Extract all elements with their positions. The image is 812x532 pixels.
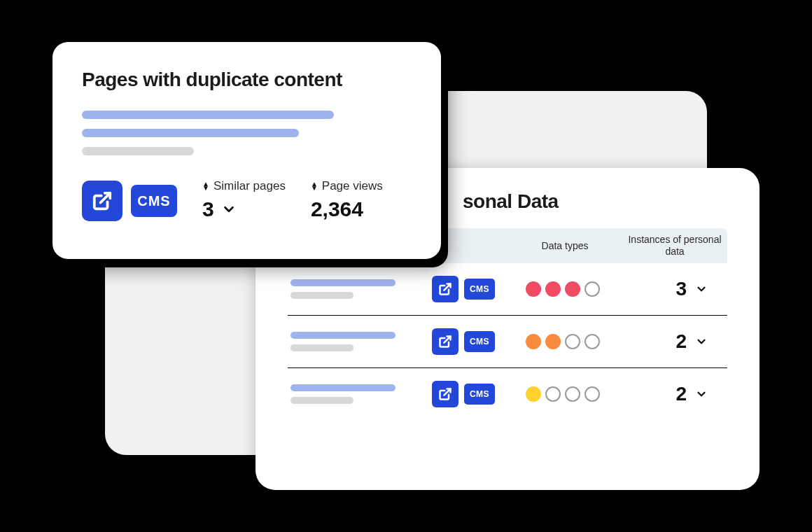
chevron-down-icon [221,202,237,217]
header-data-types: Data types [516,240,614,251]
instances-count[interactable]: 2 [624,383,708,405]
open-external-icon[interactable] [82,181,122,221]
cms-button[interactable]: CMS [464,384,495,405]
table-row: CMS 3 [288,263,727,316]
cms-button[interactable]: CMS [464,279,495,300]
instances-count[interactable]: 2 [624,330,708,353]
open-external-icon[interactable] [432,381,458,407]
placeholder-line [82,111,334,119]
sort-icon: ▲▼ [202,182,209,190]
cms-button[interactable]: CMS [131,185,177,217]
open-external-icon[interactable] [432,276,458,302]
data-type-dots [510,386,615,402]
data-type-dots [510,281,615,297]
placeholder-line [82,147,194,155]
row-text-placeholder [290,384,424,404]
duplicate-content-card: Pages with duplicate content CMS ▲▼ Simi… [52,42,441,259]
header-instances: Instances of personal data [622,234,727,258]
chevron-down-icon [695,335,708,348]
row-text-placeholder [290,279,424,299]
similar-pages-stat[interactable]: ▲▼ Similar pages 3 [202,179,286,221]
open-external-icon[interactable] [432,328,458,355]
table-row: CMS 2 [288,316,727,368]
chevron-down-icon [695,388,708,400]
data-type-dots [510,334,615,349]
duplicate-content-title: Pages with duplicate content [82,69,412,91]
cms-button[interactable]: CMS [464,331,495,352]
similar-pages-label: Similar pages [214,179,286,193]
table-row: CMS 2 [288,368,727,420]
row-text-placeholder [290,332,424,351]
page-views-label: Page views [322,179,383,193]
page-views-value: 2,364 [311,197,363,221]
similar-pages-value: 3 [202,197,214,221]
chevron-down-icon [695,283,708,295]
page-views-stat[interactable]: ▲▼ Page views 2,364 [311,179,383,221]
sort-icon: ▲▼ [311,182,318,190]
placeholder-line [82,129,299,137]
instances-count[interactable]: 3 [624,278,708,300]
